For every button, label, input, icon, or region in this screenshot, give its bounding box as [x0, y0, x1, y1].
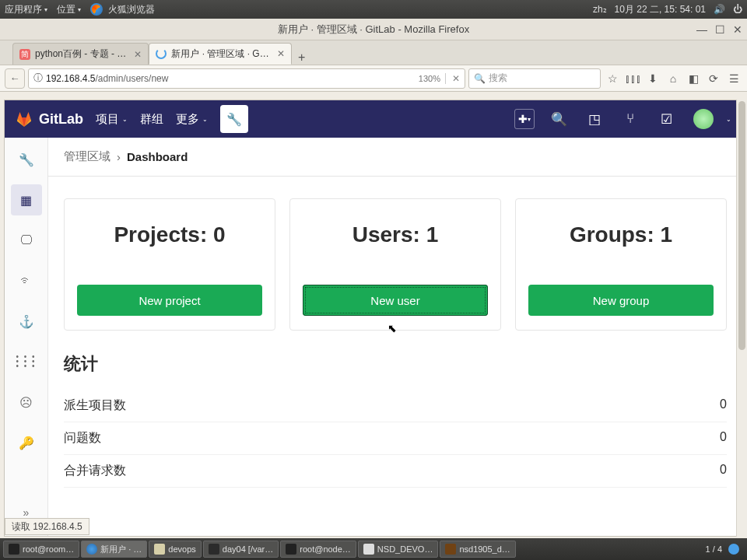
stat-value: 0 [720, 397, 727, 414]
zoom-level: 130% [419, 74, 445, 83]
terminal-icon [9, 544, 19, 555]
tab-label: python百例 - 专题 - … [35, 47, 126, 61]
firefox-icon [86, 544, 97, 555]
task-item[interactable]: devops [149, 541, 201, 558]
gnome-top-bar: 应用程序 ▾ 位置 ▾ 火狐浏览器 zh₂ 10月 22 二, 15: 54: … [0, 0, 747, 19]
sidebar-hooks-icon[interactable]: ⚓ [11, 306, 42, 337]
browser-tab-2[interactable]: 新用户 · 管理区域 · G… ✕ [149, 43, 291, 65]
gnome-taskbar: root@room… 新用户 · … devops day04 [/var… r… [0, 538, 747, 560]
stat-label: 问题数 [64, 430, 101, 446]
sidebar-overview-icon[interactable]: 🔧 [11, 144, 42, 175]
window-close-button[interactable]: ✕ [733, 23, 742, 36]
workspace-pager[interactable]: 1 / 4 [706, 544, 722, 554]
gnome-places-menu[interactable]: 位置 ▾ [57, 3, 81, 16]
breadcrumb-root[interactable]: 管理区域 [64, 149, 110, 164]
address-bar[interactable]: ⓘ 192.168.4.5/admin/users/new 130% ✕ [28, 68, 465, 89]
merge-requests-icon[interactable]: ⑂ [619, 111, 642, 127]
stat-value: 0 [720, 463, 727, 479]
task-item[interactable]: nsd1905_d… [440, 541, 515, 558]
new-tab-button[interactable]: + [292, 51, 312, 65]
hamburger-menu-icon[interactable]: ☰ [725, 70, 742, 87]
sidebar-deploy-keys-icon[interactable]: 🔑 [11, 427, 42, 458]
users-count: Users: 1 [303, 222, 488, 247]
back-button[interactable]: ← [5, 68, 25, 89]
browser-tab-strip: 简 python百例 - 专题 - … ✕ 新用户 · 管理区域 · G… ✕ … [0, 40, 747, 65]
search-box[interactable]: 🔍 搜索 [468, 68, 601, 89]
home-icon[interactable]: ⌂ [665, 70, 682, 87]
scrollbar[interactable] [736, 100, 747, 537]
notification-icon[interactable] [728, 544, 739, 555]
new-user-button[interactable]: New user [303, 285, 488, 316]
tab-label: 新用户 · 管理区域 · G… [171, 47, 268, 61]
bookmark-star-icon[interactable]: ☆ [604, 70, 621, 87]
task-item[interactable]: 新用户 · … [81, 541, 147, 558]
sidebar-abuse-icon[interactable]: ☹ [11, 387, 42, 418]
tab-close-button[interactable]: ✕ [277, 48, 285, 59]
favicon-icon: 简 [19, 49, 30, 60]
library-icon[interactable]: ⫿⫿⫿ [624, 70, 641, 87]
volume-icon[interactable]: 🔊 [714, 4, 725, 15]
gitlab-logo[interactable]: GitLab [16, 111, 83, 128]
sidebar-broadcast-icon[interactable]: ᯤ [11, 265, 42, 296]
scroll-thumb[interactable] [738, 101, 745, 350]
statistics-heading: 统计 [64, 352, 727, 376]
task-item[interactable]: root@room… [3, 541, 79, 558]
search-placeholder: 搜索 [489, 72, 507, 85]
admin-wrench-button[interactable]: 🔧 [220, 105, 248, 133]
gnome-applications-menu[interactable]: 应用程序 ▾ [5, 3, 47, 16]
doc-icon [363, 544, 374, 555]
browser-toolbar: ← ⓘ 192.168.4.5/admin/users/new 130% ✕ 🔍… [0, 65, 747, 92]
todos-icon[interactable]: ☑ [654, 111, 678, 128]
new-project-button[interactable]: New project [77, 285, 262, 316]
issues-icon[interactable]: ◳ [583, 111, 606, 128]
window-minimize-button[interactable]: — [696, 23, 707, 36]
stat-row: 派生项目数 0 [64, 390, 727, 422]
task-item[interactable]: NSD_DEVO… [358, 541, 439, 558]
window-title: 新用户 · 管理区域 · GitLab - Mozilla Firefox [278, 23, 469, 37]
window-maximize-button[interactable]: ☐ [715, 23, 725, 36]
tab-close-button[interactable]: ✕ [134, 49, 142, 60]
user-avatar[interactable] [693, 109, 714, 129]
downloads-icon[interactable]: ⬇ [644, 70, 661, 87]
stat-row: 问题数 0 [64, 422, 727, 455]
loading-icon [156, 48, 167, 59]
power-icon[interactable]: ⏻ [733, 4, 742, 15]
browser-tab-1[interactable]: 简 python百例 - 专题 - … ✕ [12, 43, 149, 65]
task-item[interactable]: root@node… [280, 541, 356, 558]
nav-groups[interactable]: 群组 [140, 112, 163, 127]
users-card: Users: 1 New user [289, 198, 501, 331]
gitlab-brand-text: GitLab [39, 111, 83, 128]
sidebar-monitoring-icon[interactable]: 🖵 [11, 225, 42, 256]
nav-projects[interactable]: 项目 ⌄ [96, 112, 128, 127]
admin-main: 管理区域 › Dashboard Projects: 0 New project… [48, 138, 742, 536]
wrench-icon: 🔧 [226, 112, 242, 127]
nav-more[interactable]: 更多 ⌄ [176, 112, 208, 127]
sidebar-icon[interactable]: ◧ [685, 70, 702, 87]
url-host: 192.168.4.5 [46, 73, 95, 84]
admin-sidebar: 🔧 ▦ 🖵 ᯤ ⚓ • • •• • •• • • ☹ 🔑 » [5, 138, 48, 536]
zoom-reset-button[interactable]: ✕ [445, 73, 460, 84]
gnome-ime-indicator[interactable]: zh₂ [593, 4, 607, 15]
search-icon: 🔍 [474, 73, 486, 84]
stat-row: 合并请求数 0 [64, 455, 727, 488]
projects-count: Projects: 0 [77, 222, 262, 247]
new-group-button[interactable]: New group [528, 285, 714, 316]
search-icon[interactable]: 🔍 [547, 111, 570, 128]
terminal-icon [286, 544, 296, 555]
sidebar-dashboard-icon[interactable]: ▦ [11, 184, 42, 215]
gitlab-fox-icon [16, 111, 33, 127]
browser-viewport: GitLab 项目 ⌄ 群组 更多 ⌄ 🔧 ✚ ▾ 🔍 ◳ ⑂ ☑ ⌄ 🔧 ▦ … [4, 100, 743, 537]
groups-count: Groups: 1 [528, 222, 714, 247]
groups-card: Groups: 1 New group [515, 198, 727, 331]
sidebar-applications-icon[interactable]: • • •• • •• • • [11, 346, 42, 377]
stat-value: 0 [720, 430, 727, 446]
window-title-bar: 新用户 · 管理区域 · GitLab - Mozilla Firefox — … [0, 19, 747, 40]
firefox-icon [90, 3, 103, 16]
new-dropdown-button[interactable]: ✚ ▾ [514, 109, 535, 129]
task-item[interactable]: day04 [/var… [203, 541, 279, 558]
breadcrumb: 管理区域 › Dashboard [48, 138, 742, 177]
sync-icon[interactable]: ⟳ [705, 70, 722, 87]
gnome-firefox-launcher[interactable]: 火狐浏览器 [90, 3, 155, 16]
breadcrumb-current: Dashboard [127, 150, 188, 163]
gnome-clock: 10月 22 二, 15: 54: 01 [615, 3, 706, 16]
